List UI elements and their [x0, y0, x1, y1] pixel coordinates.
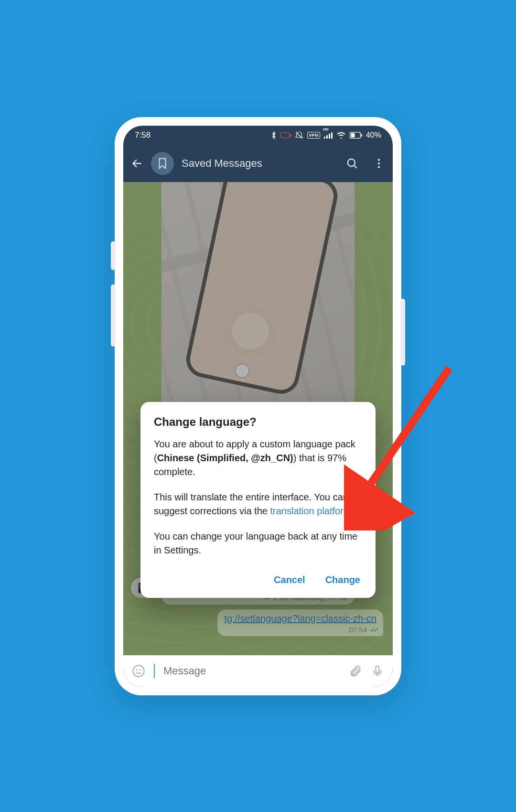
dialog-para-1: You are about to apply a custom language… — [154, 437, 362, 479]
volume-up-button — [111, 241, 116, 270]
language-pack-name: Chinese (Simplified, @zh_CN) — [157, 453, 293, 463]
chat-title[interactable]: Saved Messages — [182, 157, 338, 170]
svg-point-13 — [378, 162, 380, 164]
dialog-title: Change language? — [154, 415, 362, 429]
svg-rect-1 — [290, 134, 291, 137]
phone-screen: 7:58 VPN HD 40% Saved Messages — [123, 126, 393, 687]
cancel-button[interactable]: Cancel — [272, 571, 307, 589]
svg-point-16 — [133, 665, 144, 676]
status-icons: VPN HD 40% — [271, 131, 381, 140]
svg-rect-4 — [326, 135, 328, 139]
signal-icon: HD — [324, 132, 333, 139]
battery-percent: 40% — [366, 131, 381, 140]
change-button[interactable]: Change — [323, 571, 362, 589]
text-cursor — [154, 664, 155, 678]
mute-icon — [295, 131, 303, 140]
status-time: 7:58 — [135, 130, 150, 140]
change-language-dialog: Change language? You are about to apply … — [140, 402, 376, 598]
vpn-badge: VPN — [307, 132, 320, 139]
emoji-icon[interactable] — [132, 664, 145, 678]
svg-point-10 — [348, 159, 355, 166]
svg-rect-5 — [329, 134, 330, 139]
svg-rect-8 — [351, 133, 355, 137]
bluetooth-icon — [271, 131, 277, 139]
bookmark-icon — [157, 157, 168, 170]
svg-rect-6 — [331, 132, 333, 139]
power-button — [400, 299, 405, 366]
back-icon[interactable] — [131, 157, 143, 170]
battery-icon — [350, 132, 362, 139]
svg-rect-0 — [280, 132, 289, 138]
wifi-icon — [336, 131, 346, 139]
status-bar: 7:58 VPN HD 40% — [123, 126, 393, 145]
search-icon[interactable] — [346, 157, 358, 170]
chat-body[interactable]: 📱 Template by @nalankang 2.1K nalankang,… — [123, 182, 393, 655]
svg-rect-9 — [361, 134, 362, 137]
svg-rect-19 — [376, 666, 379, 672]
volume-down-button — [111, 284, 116, 346]
more-icon[interactable] — [373, 157, 385, 170]
composer — [123, 655, 393, 687]
svg-point-14 — [378, 166, 380, 168]
message-input[interactable] — [163, 665, 340, 677]
app-bar: Saved Messages — [123, 145, 393, 182]
translation-platform-link[interactable]: translation platform — [270, 506, 351, 516]
dialog-para-2: This will translate the entire interface… — [154, 490, 362, 518]
svg-point-18 — [140, 670, 140, 670]
svg-line-11 — [354, 165, 357, 168]
battery-warn-icon — [280, 132, 291, 138]
mic-icon[interactable] — [371, 664, 384, 678]
attach-icon[interactable] — [349, 664, 362, 678]
dialog-para-3: You can change your language back at any… — [154, 530, 362, 557]
svg-rect-3 — [324, 137, 325, 139]
avatar[interactable] — [151, 152, 174, 175]
phone-frame: 7:58 VPN HD 40% Saved Messages — [115, 117, 401, 695]
svg-point-12 — [378, 159, 380, 161]
svg-point-17 — [137, 670, 137, 670]
